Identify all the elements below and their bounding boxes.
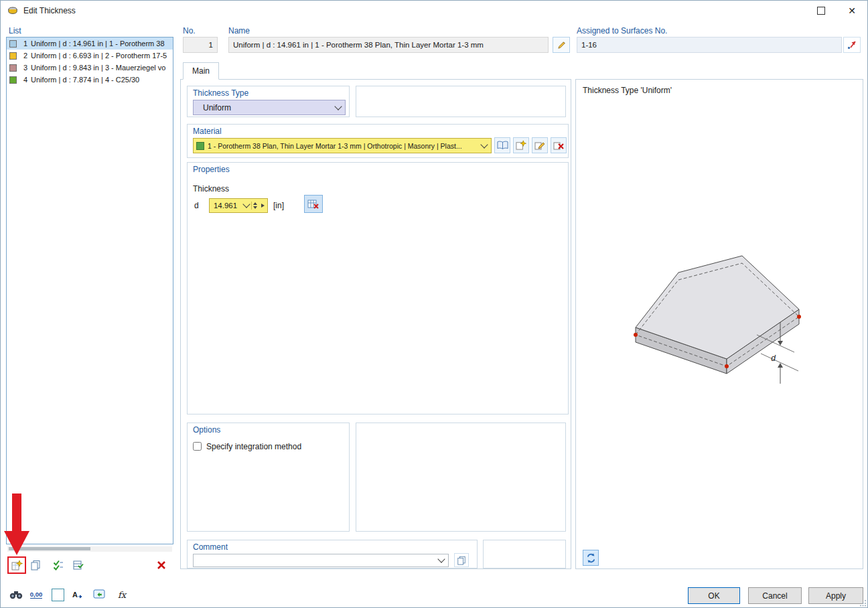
display-properties-button[interactable] <box>90 586 108 603</box>
item-number: 2 <box>19 52 27 60</box>
apply-button[interactable]: Apply <box>808 587 863 604</box>
options-label: Options <box>193 425 220 435</box>
list-item[interactable]: 4 Uniform | d : 7.874 in | 4 - C25/30 <box>7 74 173 86</box>
app-thickness-icon <box>7 5 18 16</box>
copy-thickness-button[interactable] <box>27 558 44 573</box>
scrollbar-thumb[interactable] <box>9 547 90 550</box>
list-item[interactable]: 1 Uniform | d : 14.961 in | 1 - Porother… <box>7 37 173 50</box>
close-icon: ✕ <box>848 6 856 15</box>
item-text: Uniform | d : 7.874 in | 4 - C25/30 <box>31 76 139 84</box>
assigned-to-surfaces-label: Assigned to Surfaces No. <box>577 26 667 35</box>
assigned-surfaces-value: 1-16 <box>581 41 597 49</box>
table-check-icon <box>73 560 84 571</box>
material-select[interactable]: 1 - Porotherm 38 Plan, Thin Layer Mortar… <box>193 138 492 153</box>
color-box-icon <box>52 589 64 601</box>
delete-thickness-button[interactable] <box>153 558 169 573</box>
check-all-button[interactable] <box>50 558 66 573</box>
binoculars-icon <box>9 590 23 599</box>
options-group: Options Specify integration method <box>187 423 350 532</box>
thickness-list[interactable]: 1 Uniform | d : 14.961 in | 1 - Porother… <box>6 37 173 544</box>
ok-button-label: OK <box>708 591 719 601</box>
material-value: 1 - Porotherm 38 Plan, Thin Layer Mortar… <box>208 142 479 150</box>
thickness-type-value: Uniform <box>194 103 333 112</box>
apply-button-label: Apply <box>826 591 846 601</box>
resize-grip[interactable] <box>859 599 867 607</box>
rename-button[interactable]: A <box>69 586 86 603</box>
thickness-d-input[interactable]: 14.961 <box>209 198 268 213</box>
no-value: 1 <box>209 41 213 49</box>
delete-x-icon <box>553 140 564 151</box>
edit-name-button[interactable] <box>553 37 570 53</box>
letter-a-icon: A <box>72 589 84 600</box>
list-item[interactable]: 3 Uniform | d : 9.843 in | 3 - Mauerzieg… <box>7 62 173 74</box>
name-field[interactable]: Uniform | d : 14.961 in | 1 - Porotherm … <box>228 37 549 53</box>
properties-group: Properties Thickness d 14.961 [in] <box>187 162 569 414</box>
thickness-type-select[interactable]: Uniform <box>193 100 346 115</box>
preview-caption: Thickness Type 'Uniform' <box>583 86 672 95</box>
refresh-preview-button[interactable] <box>583 550 599 566</box>
material-library-button[interactable] <box>494 137 510 153</box>
unit-label: [in] <box>273 201 284 210</box>
no-field[interactable]: 1 <box>183 37 218 53</box>
color-swatch <box>9 64 17 72</box>
color-swatch <box>9 40 17 48</box>
spin-up-icon <box>253 202 257 205</box>
spinner-control[interactable] <box>251 202 259 210</box>
specify-integration-method-checkbox[interactable] <box>193 442 202 451</box>
thickness-type-label: Thickness Type <box>193 88 248 98</box>
new-material-button[interactable] <box>513 137 529 153</box>
maximize-button[interactable] <box>806 1 837 21</box>
new-icon <box>516 140 526 151</box>
list-label: List <box>9 26 21 35</box>
list-horizontal-scrollbar[interactable] <box>7 546 172 552</box>
cancel-button-label: Cancel <box>762 591 787 601</box>
pencil-icon <box>557 40 567 50</box>
close-button[interactable]: ✕ <box>837 1 867 21</box>
list-item[interactable]: 2 Uniform | d : 6.693 in | 2 - Porotherm… <box>7 50 173 62</box>
edit-pencil-icon <box>534 140 545 151</box>
pick-surfaces-button[interactable] <box>843 37 861 53</box>
cancel-button[interactable]: Cancel <box>748 587 802 604</box>
item-number: 3 <box>19 64 27 72</box>
decimal-places-button[interactable]: 0,00 <box>27 586 45 603</box>
formula-button[interactable]: fx <box>113 586 131 603</box>
double-check-icon <box>53 560 64 571</box>
thickness-type-group: Thickness Type Uniform <box>187 86 350 117</box>
main-tab-content: Thickness Type Uniform Material 1 - Poro… <box>180 79 571 569</box>
color-swatch <box>9 52 17 60</box>
thickness-section-label: Thickness <box>193 184 229 194</box>
item-text: Uniform | d : 6.693 in | 2 - Porotherm 1… <box>31 52 167 60</box>
chevron-down-icon <box>437 555 445 562</box>
d-param-label: d <box>194 201 199 210</box>
monitor-arrow-icon <box>93 589 105 600</box>
copy-icon <box>30 560 41 571</box>
title-bar: Edit Thickness ✕ <box>1 1 867 21</box>
copy-icon <box>457 556 466 565</box>
tab-main-label: Main <box>192 66 210 76</box>
find-button[interactable] <box>7 586 25 603</box>
assigned-surfaces-field[interactable]: 1-16 <box>577 37 842 53</box>
copy-comment-button[interactable] <box>454 553 469 567</box>
name-label: Name <box>228 26 250 35</box>
corner-node <box>634 333 638 337</box>
delete-parametrization-button[interactable] <box>304 195 323 213</box>
tab-main[interactable]: Main <box>183 62 219 80</box>
display-color-button[interactable] <box>49 586 66 603</box>
select-used-button[interactable] <box>70 558 86 573</box>
ok-button[interactable]: OK <box>688 587 740 604</box>
empty-group-box <box>483 540 566 568</box>
chevron-down-icon[interactable] <box>242 200 250 208</box>
edit-thickness-dialog: Edit Thickness ✕ List 1 Uniform | d : 14… <box>0 0 868 608</box>
empty-group-box <box>356 86 566 117</box>
item-number: 4 <box>19 76 27 84</box>
preview-panel: Thickness Type 'Uniform' d <box>575 79 863 569</box>
no-label: No. <box>183 26 196 35</box>
comment-input[interactable] <box>193 554 449 567</box>
corner-node <box>725 364 729 368</box>
delete-material-button[interactable] <box>551 137 567 153</box>
properties-label: Properties <box>193 165 230 174</box>
pick-arrow-icon <box>847 40 857 50</box>
new-thickness-button[interactable] <box>9 558 25 573</box>
edit-material-button[interactable] <box>532 137 548 153</box>
expand-right-icon[interactable] <box>261 204 265 208</box>
